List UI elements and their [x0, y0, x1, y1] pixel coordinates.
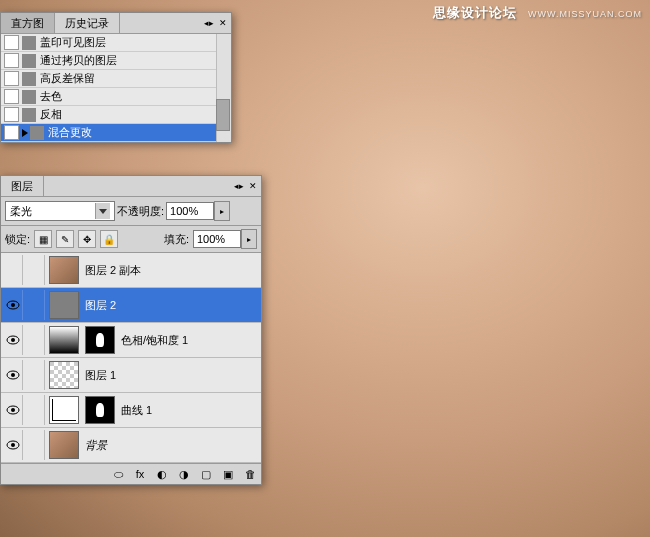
history-step-box — [4, 53, 19, 68]
fx-icon[interactable]: fx — [133, 467, 147, 481]
fill-input[interactable]: 100% — [193, 230, 241, 248]
visibility-toggle[interactable] — [4, 360, 23, 390]
layer-name: 图层 1 — [85, 368, 116, 383]
layer-mask-thumbnail — [85, 396, 115, 424]
mask-icon[interactable]: ◐ — [155, 467, 169, 481]
link-box[interactable] — [26, 255, 45, 285]
eye-icon — [6, 370, 20, 380]
visibility-toggle[interactable] — [4, 430, 23, 460]
layers-panel-header: 图层 ◂▸ ✕ — [1, 176, 261, 197]
lock-transparency-icon[interactable]: ▦ — [34, 230, 52, 248]
layer-icon — [22, 36, 36, 50]
svg-point-5 — [11, 373, 15, 377]
fill-flyout-icon[interactable]: ▸ — [241, 229, 257, 249]
layer-name: 图层 2 — [85, 298, 116, 313]
group-icon[interactable]: ▢ — [199, 467, 213, 481]
chevron-down-icon — [95, 203, 110, 219]
history-item[interactable]: 通过拷贝的图层 — [1, 52, 231, 70]
layer-icon — [22, 54, 36, 68]
panel-close-icon[interactable]: ✕ — [217, 17, 229, 29]
blend-opacity-row: 柔光 不透明度: 100% ▸ — [1, 197, 261, 226]
current-step-icon — [22, 129, 28, 137]
link-box[interactable] — [26, 290, 45, 320]
layer-thumbnail — [49, 326, 79, 354]
layer-row[interactable]: 色相/饱和度 1 — [1, 323, 261, 358]
tab-histogram[interactable]: 直方图 — [1, 13, 55, 33]
history-item[interactable]: 高反差保留 — [1, 70, 231, 88]
history-item[interactable]: 盖印可见图层 — [1, 34, 231, 52]
opacity-label: 不透明度: — [117, 204, 164, 219]
new-layer-icon[interactable]: ▣ — [221, 467, 235, 481]
history-label: 通过拷贝的图层 — [40, 53, 117, 68]
layer-icon — [30, 126, 44, 140]
layer-name: 曲线 1 — [121, 403, 152, 418]
layer-row[interactable]: 图层 2 — [1, 288, 261, 323]
history-step-box — [4, 125, 19, 140]
layer-thumbnail — [49, 256, 79, 284]
watermark-url: WWW.MISSYUAN.COM — [528, 9, 642, 19]
panel-minimize-icon[interactable]: ◂▸ — [203, 17, 215, 29]
watermark-text: 思缘设计论坛 — [433, 5, 517, 20]
eye-icon — [6, 300, 20, 310]
history-step-box — [4, 35, 19, 50]
layer-thumbnail — [49, 361, 79, 389]
opacity-input[interactable]: 100% — [166, 202, 214, 220]
panel-minimize-icon[interactable]: ◂▸ — [233, 180, 245, 192]
layer-mask-thumbnail — [85, 326, 115, 354]
visibility-toggle[interactable] — [4, 290, 23, 320]
svg-point-1 — [11, 303, 15, 307]
layer-name: 图层 2 副本 — [85, 263, 141, 278]
eye-icon — [6, 405, 20, 415]
link-box[interactable] — [26, 395, 45, 425]
layer-row[interactable]: 背景 — [1, 428, 261, 463]
layer-row[interactable]: 曲线 1 — [1, 393, 261, 428]
link-box[interactable] — [26, 325, 45, 355]
lock-pixels-icon[interactable]: ✎ — [56, 230, 74, 248]
visibility-toggle[interactable] — [4, 325, 23, 355]
history-panel: 直方图 历史记录 ◂▸ ✕ 盖印可见图层 通过拷贝的图层 高反差保留 去色 反相… — [0, 12, 232, 143]
layer-icon — [22, 72, 36, 86]
svg-point-7 — [11, 408, 15, 412]
opacity-flyout-icon[interactable]: ▸ — [214, 201, 230, 221]
layers-list: 图层 2 副本 图层 2 色相/饱和度 1 图层 1 曲线 1 — [1, 253, 261, 463]
lock-position-icon[interactable]: ✥ — [78, 230, 96, 248]
panel-close-icon[interactable]: ✕ — [247, 180, 259, 192]
tab-layers[interactable]: 图层 — [1, 176, 44, 196]
history-label: 高反差保留 — [40, 71, 95, 86]
layers-footer: ⬭ fx ◐ ◑ ▢ ▣ 🗑 — [1, 463, 261, 484]
history-label: 混合更改 — [48, 125, 92, 140]
layer-icon — [22, 108, 36, 122]
link-box[interactable] — [26, 430, 45, 460]
history-item[interactable]: 混合更改 — [1, 124, 231, 142]
layer-name: 色相/饱和度 1 — [121, 333, 188, 348]
svg-point-3 — [11, 338, 15, 342]
scroll-thumb[interactable] — [216, 99, 230, 131]
delete-icon[interactable]: 🗑 — [243, 467, 257, 481]
visibility-toggle[interactable] — [4, 395, 23, 425]
scrollbar[interactable] — [216, 34, 231, 142]
svg-point-9 — [11, 443, 15, 447]
layer-thumbnail — [49, 291, 79, 319]
history-label: 去色 — [40, 89, 62, 104]
visibility-toggle[interactable] — [4, 255, 23, 285]
eye-icon — [6, 440, 20, 450]
history-panel-header: 直方图 历史记录 ◂▸ ✕ — [1, 13, 231, 34]
layer-name: 背景 — [85, 438, 107, 453]
history-step-box — [4, 71, 19, 86]
blend-mode-select[interactable]: 柔光 — [5, 201, 115, 221]
layer-row[interactable]: 图层 2 副本 — [1, 253, 261, 288]
layer-row[interactable]: 图层 1 — [1, 358, 261, 393]
link-layers-icon[interactable]: ⬭ — [111, 467, 125, 481]
layer-icon — [22, 90, 36, 104]
lock-label: 锁定: — [5, 232, 30, 247]
adjustment-icon[interactable]: ◑ — [177, 467, 191, 481]
link-box[interactable] — [26, 360, 45, 390]
tab-history[interactable]: 历史记录 — [55, 13, 120, 33]
lock-all-icon[interactable]: 🔒 — [100, 230, 118, 248]
history-item[interactable]: 反相 — [1, 106, 231, 124]
fill-label: 填充: — [164, 232, 189, 247]
layer-thumbnail — [49, 431, 79, 459]
blend-mode-value: 柔光 — [10, 204, 32, 219]
history-item[interactable]: 去色 — [1, 88, 231, 106]
layer-thumbnail — [49, 396, 79, 424]
